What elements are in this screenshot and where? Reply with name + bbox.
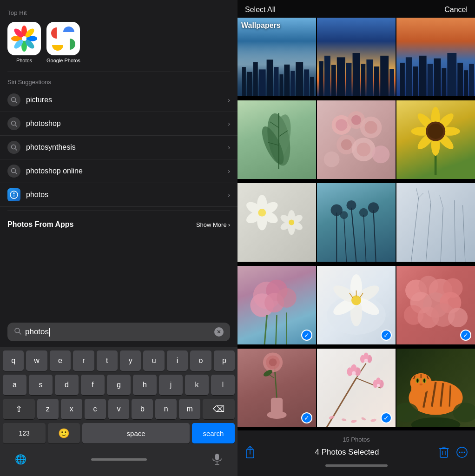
photos-count-label: 15 Photos xyxy=(343,436,370,443)
photo-cell-dark-flowers[interactable] xyxy=(317,183,396,262)
suggestion-pictures[interactable]: pictures › xyxy=(0,88,238,112)
key-b[interactable]: b xyxy=(132,399,153,419)
key-search[interactable]: search xyxy=(192,423,235,443)
search-input[interactable]: photos xyxy=(25,327,211,337)
show-more-chevron: › xyxy=(228,221,230,228)
photo-grid: Wallpapers xyxy=(238,18,475,430)
app-photos[interactable]: Photos xyxy=(7,22,41,63)
photo-cell-tiger[interactable] xyxy=(396,349,475,427)
key-k[interactable]: k xyxy=(185,375,209,395)
key-m[interactable]: m xyxy=(179,399,200,419)
photo-cell-city1[interactable]: Wallpapers xyxy=(238,18,316,96)
photo-cell-pink-cluster-selected[interactable]: ✓ xyxy=(396,266,475,344)
key-q[interactable]: q xyxy=(3,350,24,371)
svg-point-103 xyxy=(289,220,294,225)
key-l[interactable]: l xyxy=(211,375,235,395)
svg-line-12 xyxy=(15,125,17,127)
photo-cell-lily-white-selected[interactable]: ✓ xyxy=(317,266,396,344)
key-c[interactable]: c xyxy=(85,399,106,419)
key-h[interactable]: h xyxy=(133,375,157,395)
suggestion-photosynthesis[interactable]: photosynthesis › xyxy=(0,136,238,159)
photo-cell-leaf[interactable] xyxy=(238,100,316,179)
key-n[interactable]: n xyxy=(155,399,177,419)
svg-rect-29 xyxy=(259,69,266,96)
svg-rect-28 xyxy=(253,62,258,96)
key-x[interactable]: x xyxy=(61,399,82,419)
photo-cell-pink-rose-vase-selected[interactable]: ✓ xyxy=(238,349,316,427)
key-f[interactable]: f xyxy=(81,375,105,395)
svg-point-110 xyxy=(346,200,356,210)
cancel-button[interactable]: Cancel xyxy=(444,6,468,14)
key-d[interactable]: d xyxy=(55,375,79,395)
photo-cell-pink-roses-selected[interactable]: ✓ xyxy=(238,266,316,344)
key-e[interactable]: e xyxy=(50,350,71,371)
share-button[interactable] xyxy=(245,446,255,459)
svg-point-72 xyxy=(364,121,377,133)
svg-point-207 xyxy=(459,452,461,453)
key-o[interactable]: o xyxy=(190,350,211,371)
key-z[interactable]: z xyxy=(37,399,59,419)
more-button[interactable] xyxy=(456,446,468,458)
svg-rect-53 xyxy=(428,64,433,96)
key-j[interactable]: j xyxy=(159,375,183,395)
key-r[interactable]: r xyxy=(73,350,94,371)
svg-point-166 xyxy=(350,419,357,423)
svg-rect-59 xyxy=(469,64,474,96)
key-space[interactable]: space xyxy=(82,423,189,443)
svg-line-121 xyxy=(455,200,455,262)
svg-rect-154 xyxy=(271,398,283,416)
key-a[interactable]: a xyxy=(3,375,26,395)
key-v[interactable]: v xyxy=(108,399,130,419)
photo-cell-cherry-blossom-selected[interactable]: ✓ xyxy=(317,349,396,427)
photo-cell-sunflower[interactable] xyxy=(396,100,475,179)
svg-point-96 xyxy=(258,209,266,217)
key-w[interactable]: w xyxy=(26,350,47,371)
key-shift[interactable]: ⇧ xyxy=(3,399,35,419)
search-bar-container: photos ✕ xyxy=(0,317,238,347)
photo-cell-white-flowers[interactable] xyxy=(238,183,316,262)
search-bar[interactable]: photos ✕ xyxy=(7,323,230,341)
key-y[interactable]: y xyxy=(120,350,141,371)
key-numbers[interactable]: 123 xyxy=(3,423,46,443)
svg-rect-201 xyxy=(440,449,448,457)
svg-line-116 xyxy=(419,193,424,198)
key-g[interactable]: g xyxy=(107,375,131,395)
key-microphone[interactable] xyxy=(207,449,227,469)
app-google-photos[interactable]: Google Photos xyxy=(46,22,80,63)
clear-search-button[interactable]: ✕ xyxy=(214,327,224,337)
trash-button[interactable] xyxy=(439,446,449,458)
photo-cell-wispy[interactable] xyxy=(396,183,475,262)
key-i[interactable]: i xyxy=(167,350,188,371)
svg-rect-51 xyxy=(413,66,418,96)
selected-check-3: ✓ xyxy=(460,330,471,341)
svg-rect-55 xyxy=(442,68,446,96)
wallpapers-label: Wallpapers xyxy=(241,21,281,30)
photo-cell-city2[interactable] xyxy=(317,18,396,96)
svg-line-106 xyxy=(373,210,376,262)
show-more-button[interactable]: Show More › xyxy=(196,221,230,228)
svg-line-14 xyxy=(15,149,17,151)
svg-point-74 xyxy=(341,139,352,150)
key-backspace[interactable]: ⌫ xyxy=(203,399,235,419)
suggestion-photoshop[interactable]: photoshop › xyxy=(0,112,238,136)
photo-cell-pink-flowers[interactable] xyxy=(317,100,396,179)
suggestion-photoshop-online[interactable]: photoshop online › xyxy=(0,159,238,183)
suggestion-photos-safari[interactable]: photos › xyxy=(0,183,238,207)
svg-rect-34 xyxy=(290,71,295,96)
key-p[interactable]: p xyxy=(214,350,235,371)
svg-rect-33 xyxy=(284,64,290,96)
key-emoji[interactable]: 🙂 xyxy=(48,423,80,443)
key-s[interactable]: s xyxy=(29,375,53,395)
search-circle-icon-4 xyxy=(7,165,20,178)
svg-line-118 xyxy=(429,191,431,203)
svg-rect-38 xyxy=(319,61,323,96)
top-hit-label: Top Hit xyxy=(7,9,230,16)
chevron-icon-2: › xyxy=(228,120,230,127)
photo-cell-city3[interactable] xyxy=(396,18,475,96)
select-all-button[interactable]: Select All xyxy=(245,6,276,14)
key-u[interactable]: u xyxy=(143,350,164,371)
svg-rect-37 xyxy=(310,77,314,96)
key-t[interactable]: t xyxy=(97,350,118,371)
svg-point-209 xyxy=(464,452,465,453)
key-globe[interactable]: 🌐 xyxy=(10,449,31,469)
